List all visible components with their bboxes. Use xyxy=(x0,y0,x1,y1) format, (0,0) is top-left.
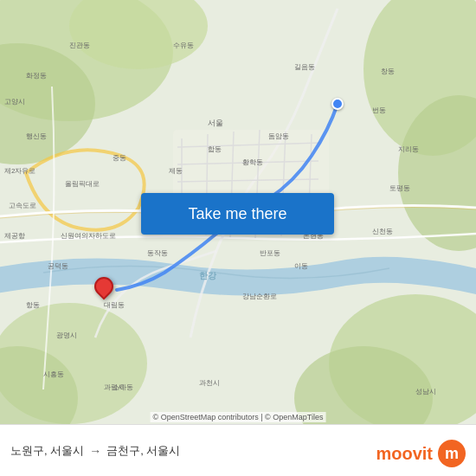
moovit-icon: m xyxy=(438,440,466,467)
svg-text:성남시: 성남시 xyxy=(415,388,436,396)
svg-text:고속도로: 고속도로 xyxy=(9,202,36,209)
svg-text:한강: 한강 xyxy=(199,271,217,280)
svg-text:번동: 번동 xyxy=(372,106,386,114)
svg-text:제2자유로: 제2자유로 xyxy=(4,167,35,175)
svg-text:항동: 항동 xyxy=(26,301,40,309)
svg-text:동작동: 동작동 xyxy=(147,249,168,257)
footer-bar: 노원구, 서울시 → 금천구, 서울시 moovit m xyxy=(0,424,476,476)
take-me-there-button[interactable]: Take me there xyxy=(141,193,334,235)
svg-text:창동: 창동 xyxy=(381,68,395,75)
svg-text:신원여의자하도로: 신원여의자하도로 xyxy=(61,232,116,240)
svg-text:토평동: 토평동 xyxy=(389,184,410,192)
svg-text:광명시: 광명시 xyxy=(56,331,77,339)
svg-text:강남순환로: 강남순환로 xyxy=(242,293,277,300)
destination-label: 금천구, 서울시 xyxy=(106,443,180,459)
route-arrow-icon: → xyxy=(89,444,101,458)
svg-text:수유동: 수유동 xyxy=(173,42,194,49)
svg-text:진관동: 진관동 xyxy=(69,42,90,49)
svg-text:신천동: 신천동 xyxy=(372,228,393,235)
svg-text:이동: 이동 xyxy=(294,262,308,270)
svg-text:돔암동: 돔암동 xyxy=(268,132,289,140)
svg-text:서울: 서울 xyxy=(208,119,223,127)
map-view: 서울 중동 제동 합동 황학동 돔암동 길음동 창동 번동 지리동 토평동 신천… xyxy=(0,0,476,424)
svg-text:과림시: 과림시 xyxy=(104,383,125,391)
svg-text:과천시: 과천시 xyxy=(199,379,220,387)
svg-text:올림픽대로: 올림픽대로 xyxy=(65,180,100,188)
copyright-text: © OpenStreetMap contributors | © OpenMap… xyxy=(151,412,326,422)
svg-text:길음동: 길음동 xyxy=(294,63,315,71)
button-label: Take me there xyxy=(188,205,286,223)
svg-text:대림동: 대림동 xyxy=(104,301,125,309)
svg-text:지리동: 지리동 xyxy=(398,145,419,153)
svg-text:합동: 합동 xyxy=(208,145,222,153)
moovit-text: moovit xyxy=(376,444,433,464)
svg-text:제동: 제동 xyxy=(169,167,183,175)
svg-text:중동: 중동 xyxy=(113,154,126,162)
svg-text:행신동: 행신동 xyxy=(26,132,47,140)
svg-text:화정동: 화정동 xyxy=(26,72,47,80)
svg-text:제공항: 제공항 xyxy=(4,232,25,240)
svg-text:반포동: 반포동 xyxy=(260,249,280,257)
svg-text:황학동: 황학동 xyxy=(242,158,263,166)
svg-text:시흥동: 시흥동 xyxy=(43,370,64,378)
moovit-m-letter: m xyxy=(445,445,459,463)
origin-label: 노원구, 서울시 xyxy=(10,443,84,459)
destination-pin xyxy=(94,277,113,296)
origin-pin xyxy=(331,98,344,110)
moovit-logo: moovit m xyxy=(376,440,466,467)
svg-text:고양시: 고양시 xyxy=(4,98,25,106)
svg-text:공덕동: 공덕동 xyxy=(48,262,68,270)
